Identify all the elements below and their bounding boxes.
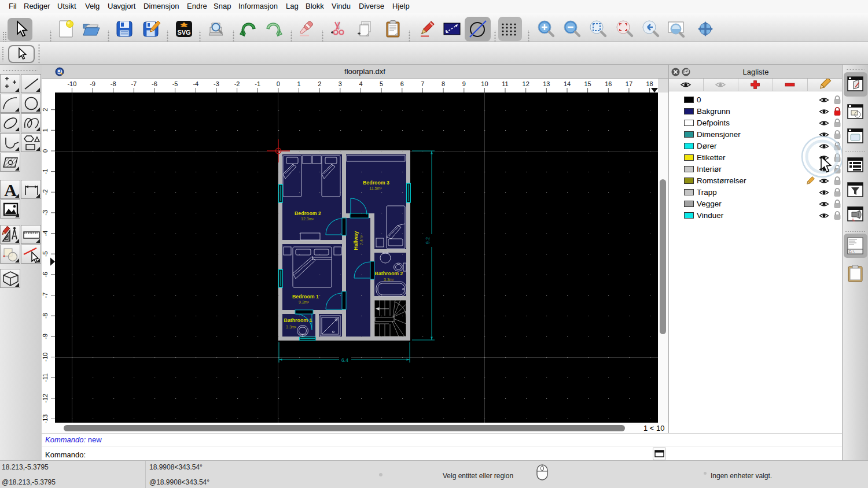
svg-text:7.4m²: 7.4m² bbox=[359, 234, 363, 245]
svg-text:SVG: SVG bbox=[177, 29, 190, 36]
svg-text:1: 1 bbox=[42, 128, 49, 132]
svg-text:11: 11 bbox=[502, 80, 508, 87]
svg-text:-4: -4 bbox=[193, 80, 198, 87]
svg-text:Hallway: Hallway bbox=[353, 231, 359, 250]
svg-text:-2: -2 bbox=[42, 189, 49, 195]
svg-text:16: 16 bbox=[605, 80, 612, 87]
svg-text:-10: -10 bbox=[42, 353, 49, 362]
svg-text:-1: -1 bbox=[255, 80, 260, 87]
svg-text:12: 12 bbox=[523, 80, 529, 87]
svg-text:2: 2 bbox=[318, 80, 321, 87]
svg-text:Bathroom 2: Bathroom 2 bbox=[375, 271, 403, 276]
svg-text:6.4: 6.4 bbox=[341, 357, 348, 363]
svg-text:-7: -7 bbox=[131, 80, 137, 87]
svg-text:-13: -13 bbox=[42, 415, 49, 423]
svg-text:12.3m²: 12.3m² bbox=[301, 217, 314, 221]
svg-text:-9: -9 bbox=[90, 80, 95, 87]
svg-text:9: 9 bbox=[462, 80, 466, 87]
svg-text:Bedroom 3: Bedroom 3 bbox=[363, 180, 389, 186]
svg-text:Bedroom 1: Bedroom 1 bbox=[292, 294, 319, 300]
svg-text:6: 6 bbox=[400, 80, 404, 87]
svg-text:0: 0 bbox=[277, 80, 280, 87]
svg-text:-6: -6 bbox=[42, 272, 49, 278]
svg-text:4: 4 bbox=[359, 80, 362, 87]
svg-text:-11: -11 bbox=[42, 374, 49, 382]
svg-text:9.2: 9.2 bbox=[425, 237, 431, 244]
svg-text:C:\: C:\ bbox=[849, 250, 855, 254]
svg-text:-4: -4 bbox=[42, 231, 49, 236]
svg-text:7: 7 bbox=[421, 80, 424, 87]
svg-text:0: 0 bbox=[42, 149, 49, 153]
svg-text:Bedroom 2: Bedroom 2 bbox=[295, 210, 321, 216]
svg-text:13: 13 bbox=[543, 80, 550, 87]
svg-text:-10: -10 bbox=[67, 80, 76, 87]
svg-text:9.2m²: 9.2m² bbox=[299, 300, 310, 304]
svg-text:-8: -8 bbox=[111, 80, 116, 87]
svg-text:2: 2 bbox=[42, 108, 49, 112]
svg-text:3: 3 bbox=[339, 80, 342, 87]
svg-text:-5: -5 bbox=[172, 80, 178, 87]
svg-text:-9: -9 bbox=[42, 334, 49, 339]
svg-text:15: 15 bbox=[584, 80, 591, 87]
svg-text:-2: -2 bbox=[234, 80, 240, 87]
svg-text:-3: -3 bbox=[214, 80, 219, 87]
svg-text:-8: -8 bbox=[42, 313, 49, 319]
svg-text:-12: -12 bbox=[42, 394, 49, 403]
svg-text:-5: -5 bbox=[42, 251, 49, 257]
svg-text:3.3m²: 3.3m² bbox=[384, 278, 395, 282]
svg-text:17: 17 bbox=[626, 80, 632, 87]
svg-text:-7: -7 bbox=[42, 293, 49, 298]
svg-text:18: 18 bbox=[646, 80, 653, 87]
svg-text:-1: -1 bbox=[42, 169, 49, 175]
svg-text:3.3m²: 3.3m² bbox=[286, 325, 297, 329]
svg-text:-3: -3 bbox=[42, 210, 49, 216]
svg-text:8: 8 bbox=[442, 80, 445, 87]
svg-text:11.5m²: 11.5m² bbox=[369, 186, 382, 190]
svg-text:-6: -6 bbox=[152, 80, 157, 87]
svg-text:Bathroom 1: Bathroom 1 bbox=[284, 317, 312, 323]
svg-text:10: 10 bbox=[481, 80, 488, 87]
svg-text:5: 5 bbox=[380, 80, 383, 87]
svg-text:1: 1 bbox=[297, 80, 300, 87]
svg-text:14: 14 bbox=[564, 80, 571, 87]
